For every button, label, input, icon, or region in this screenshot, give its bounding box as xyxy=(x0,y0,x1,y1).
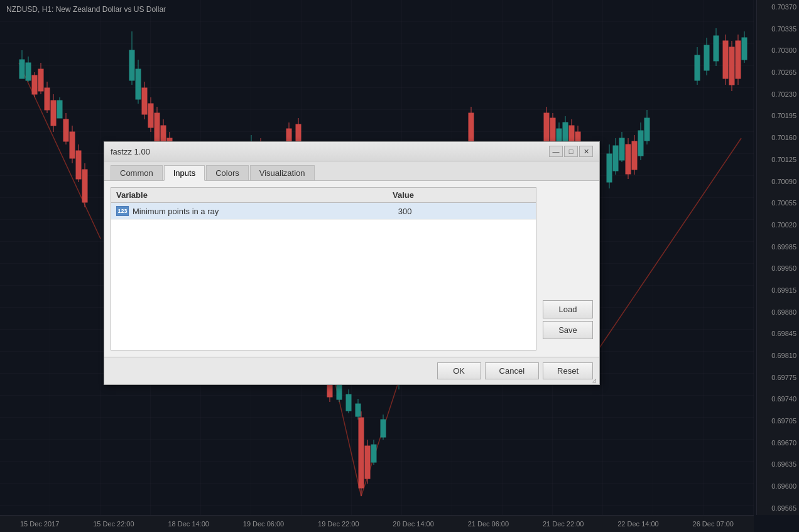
dialog-footer: OK Cancel Reset ⊿ xyxy=(104,357,599,384)
maximize-button[interactable]: □ xyxy=(564,146,578,157)
tab-common[interactable]: Common xyxy=(111,165,163,180)
tab-visualization[interactable]: Visualization xyxy=(250,165,315,180)
save-button[interactable]: Save xyxy=(543,321,593,339)
tabs-bar: Common Inputs Colors Visualization xyxy=(104,161,599,181)
dialog-body: Variable Value 123 Minimum points in a r… xyxy=(104,181,599,357)
close-button[interactable]: ✕ xyxy=(579,146,593,157)
ok-button[interactable]: OK xyxy=(437,362,481,379)
modal-overlay: fastzz 1.00 — □ ✕ Common Inputs Colors V… xyxy=(0,0,799,532)
row-value: 300 xyxy=(398,207,531,216)
dialog-controls: — □ ✕ xyxy=(549,146,593,157)
dialog: fastzz 1.00 — □ ✕ Common Inputs Colors V… xyxy=(104,141,600,385)
row-type-icon: 123 xyxy=(116,206,129,216)
load-button[interactable]: Load xyxy=(543,300,593,318)
col-header-variable: Variable xyxy=(116,190,393,200)
tab-inputs[interactable]: Inputs xyxy=(164,165,205,181)
minimize-button[interactable]: — xyxy=(549,146,563,157)
dialog-title: fastzz 1.00 xyxy=(111,147,150,156)
inputs-table: Variable Value 123 Minimum points in a r… xyxy=(111,187,536,350)
side-buttons: Load Save xyxy=(543,187,593,350)
cancel-button[interactable]: Cancel xyxy=(485,362,539,379)
tab-colors[interactable]: Colors xyxy=(206,165,249,180)
row-variable-name: Minimum points in a ray xyxy=(133,207,398,216)
col-header-value: Value xyxy=(393,190,531,200)
dialog-titlebar[interactable]: fastzz 1.00 — □ ✕ xyxy=(104,142,599,161)
reset-button[interactable]: Reset xyxy=(543,362,593,379)
table-header: Variable Value xyxy=(111,188,536,203)
table-row[interactable]: 123 Minimum points in a ray 300 xyxy=(111,203,536,220)
resize-handle[interactable]: ⊿ xyxy=(592,377,598,383)
